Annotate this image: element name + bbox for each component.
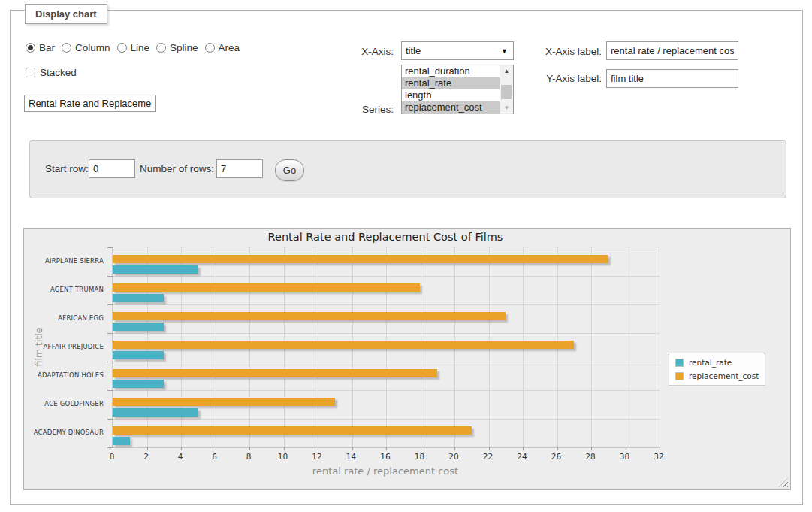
bar-rental-rate-0 bbox=[113, 265, 198, 274]
y-axis-label-input[interactable] bbox=[606, 69, 738, 88]
x-tick-label: 2 bbox=[133, 452, 160, 461]
bar-rental-rate-5 bbox=[113, 408, 198, 417]
series-option-replacement_cost[interactable]: replacement_cost bbox=[402, 101, 500, 114]
x-tick-label: 30 bbox=[611, 452, 638, 461]
x-tick-mark bbox=[216, 447, 216, 450]
series-list-label: Series: bbox=[277, 104, 394, 115]
chart-type-column[interactable]: Column bbox=[62, 42, 110, 53]
x-tick-label: 10 bbox=[270, 452, 297, 461]
series-listbox[interactable]: rental_durationrental_ratelengthreplacem… bbox=[401, 65, 514, 114]
radio-label: Line bbox=[131, 42, 150, 53]
y-tick-mark bbox=[107, 333, 113, 334]
radio-icon[interactable] bbox=[205, 43, 215, 53]
resize-handle-icon[interactable] bbox=[779, 478, 788, 487]
gridline-v bbox=[591, 247, 592, 447]
bar-replacement-cost-5 bbox=[113, 398, 335, 406]
bar-replacement-cost-1 bbox=[113, 283, 420, 292]
x-axis-label-input[interactable] bbox=[606, 41, 738, 60]
x-tick-mark bbox=[626, 447, 626, 450]
stacked-checkbox-row: Stacked bbox=[26, 67, 77, 78]
chart-title-input[interactable] bbox=[24, 95, 156, 112]
radio-icon[interactable] bbox=[26, 43, 35, 53]
y-tick-mark bbox=[107, 276, 113, 277]
bar-replacement-cost-0 bbox=[113, 255, 608, 263]
x-tick-label: 24 bbox=[509, 452, 536, 461]
radio-icon[interactable] bbox=[156, 43, 166, 53]
x-axis-label-field-label: X-Axis label: bbox=[485, 46, 602, 57]
x-tick-label: 8 bbox=[235, 452, 262, 461]
x-tick-mark bbox=[557, 447, 558, 450]
category-label: AFRICAN EGG bbox=[24, 314, 104, 322]
legend-row: rental_rate bbox=[675, 357, 759, 368]
y-tick-mark bbox=[107, 304, 113, 305]
x-tick-label: 16 bbox=[372, 452, 399, 461]
x-tick-mark bbox=[660, 447, 660, 450]
x-tick-mark bbox=[421, 447, 421, 450]
x-tick-label: 22 bbox=[475, 452, 502, 461]
y-tick-mark bbox=[107, 447, 113, 448]
radio-dot bbox=[28, 45, 33, 50]
gridline-h bbox=[113, 419, 660, 420]
bar-replacement-cost-2 bbox=[113, 312, 506, 320]
legend-label: rental_rate bbox=[689, 358, 732, 367]
category-label: ADAPTATION HOLES bbox=[24, 371, 104, 379]
number-of-rows-input[interactable] bbox=[216, 159, 263, 178]
chart-type-bar[interactable]: Bar bbox=[26, 42, 55, 53]
bar-rental-rate-6 bbox=[113, 437, 130, 445]
category-label: AGENT TRUMAN bbox=[24, 286, 104, 293]
scrollbar-thumb[interactable] bbox=[501, 85, 512, 99]
plot-area bbox=[112, 247, 660, 448]
x-tick-label: 20 bbox=[440, 452, 467, 461]
bar-rental-rate-1 bbox=[113, 294, 164, 302]
y-tick-mark bbox=[107, 362, 113, 362]
number-of-rows-label: Number of rows: bbox=[140, 163, 214, 174]
stacked-label: Stacked bbox=[40, 67, 77, 78]
series-option-length[interactable]: length bbox=[402, 89, 500, 101]
bar-replacement-cost-4 bbox=[113, 369, 437, 377]
chart-legend: rental_ratereplacement_cost bbox=[669, 353, 765, 386]
chart-type-spline[interactable]: Spline bbox=[156, 42, 198, 53]
chart-type-radio-group: BarColumnLineSplineArea bbox=[26, 42, 240, 53]
chart-type-area[interactable]: Area bbox=[205, 42, 240, 53]
x-tick-mark bbox=[113, 447, 113, 450]
x-tick-mark bbox=[454, 447, 455, 450]
radio-icon[interactable] bbox=[62, 43, 71, 53]
start-row-input[interactable] bbox=[89, 159, 135, 178]
row-range-panel: Start row: Number of rows: Go bbox=[29, 140, 786, 198]
gridline-h bbox=[113, 390, 660, 391]
x-axis-select-value: title bbox=[406, 45, 421, 56]
x-axis-title: rental rate / replacement cost bbox=[112, 465, 659, 477]
gridline-v bbox=[626, 247, 626, 447]
display-chart-fieldset: Display chart BarColumnLineSplineArea St… bbox=[10, 10, 803, 505]
radio-icon[interactable] bbox=[117, 43, 127, 53]
x-tick-label: 12 bbox=[303, 452, 331, 461]
go-button[interactable]: Go bbox=[275, 159, 304, 181]
chart-type-line[interactable]: Line bbox=[117, 42, 150, 53]
category-label: AIRPLANE SIERRA bbox=[24, 257, 104, 265]
x-tick-label: 6 bbox=[201, 452, 228, 461]
bar-replacement-cost-3 bbox=[113, 341, 574, 349]
category-label: AFFAIR PREJUDICE bbox=[24, 343, 104, 350]
gridline-h bbox=[113, 333, 660, 334]
y-axis-label-field-label: Y-Axis label: bbox=[485, 73, 602, 84]
stacked-checkbox[interactable] bbox=[26, 68, 35, 77]
legend-label: replacement_cost bbox=[689, 371, 759, 380]
scroll-down-icon[interactable]: ▼ bbox=[500, 102, 513, 114]
x-tick-mark bbox=[523, 447, 524, 450]
category-label: ACADEMY DINOSAUR bbox=[24, 429, 104, 436]
gridline-h bbox=[113, 304, 660, 305]
x-tick-label: 32 bbox=[645, 452, 672, 461]
x-tick-label: 26 bbox=[543, 452, 570, 461]
x-tick-mark bbox=[489, 447, 490, 450]
x-tick-label: 14 bbox=[338, 452, 365, 461]
start-row-label: Start row: bbox=[45, 163, 89, 174]
category-label: ACE GOLDFINGER bbox=[24, 400, 104, 407]
bar-replacement-cost-6 bbox=[113, 426, 472, 435]
radio-label: Spline bbox=[170, 42, 198, 53]
radio-label: Area bbox=[219, 42, 240, 53]
radio-label: Column bbox=[75, 42, 110, 53]
fieldset-legend: Display chart bbox=[25, 4, 107, 24]
x-tick-mark bbox=[284, 447, 285, 450]
x-tick-label: 0 bbox=[98, 452, 125, 461]
x-tick-mark bbox=[147, 447, 148, 450]
